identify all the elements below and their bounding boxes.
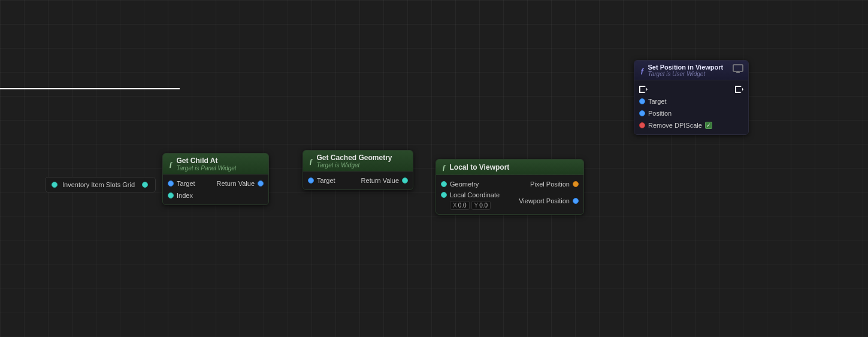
local-coord-pin-in[interactable] [441,192,447,198]
get-cached-geometry-node[interactable]: ƒ Get Cached Geometry Target is Widget T… [303,150,413,190]
svg-rect-1 [736,72,740,73]
coord-y-input[interactable]: Y 0.0 [471,201,491,210]
svg-rect-0 [733,65,743,71]
func-icon-2: ƒ [309,157,313,166]
local-to-viewport-title: Local to Viewport [450,163,510,171]
get-cached-geometry-title: Get Cached Geometry [317,154,392,162]
target-label-2: Target [317,177,335,184]
pin-row-position: Position [634,107,748,119]
viewport-position-label: Viewport Position [519,197,570,204]
local-to-viewport-body: Geometry Pixel Position Local Coordinate… [436,175,583,214]
position-label: Position [648,110,672,117]
set-position-subtitle: Target is User Widget [648,71,724,77]
target-pin-in-2[interactable] [308,177,314,183]
func-icon-3: ƒ [442,163,446,172]
local-to-viewport-node[interactable]: ƒ Local to Viewport Geometry Pixel Posit… [435,159,584,215]
get-cached-geometry-body: Target Return Value [303,171,413,189]
get-cached-geometry-subtitle: Target is Widget [317,162,392,168]
exec-in-pin[interactable] [639,86,648,93]
exec-out-pin[interactable] [735,86,743,93]
dpi-checkbox[interactable]: ✓ [705,122,712,129]
get-child-at-subtitle: Target is Panel Widget [177,165,237,171]
target-label-3: Target [648,98,667,105]
pin-row-target: Target Return Value [163,177,268,189]
get-child-at-node[interactable]: ƒ Get Child At Target is Panel Widget Ta… [162,153,269,205]
pixel-position-label: Pixel Position [530,180,570,188]
geometry-label: Geometry [450,180,479,188]
get-child-at-title: Get Child At [177,157,237,165]
set-position-header: ƒ Set Position in Viewport Target is Use… [634,61,748,80]
set-position-body: Target Position Remove DPIScale ✓ [634,80,748,134]
get-child-at-body: Target Return Value Index [163,174,268,204]
viewport-position-pin[interactable] [573,198,579,204]
get-cached-geometry-header: ƒ Get Cached Geometry Target is Widget [303,151,413,171]
coord-x-input[interactable]: X 0.0 [450,201,470,210]
local-coord-label: Local Coordinate [450,191,500,198]
dpi-pin-in[interactable] [639,122,645,128]
return-value-label: Return Value [217,180,255,187]
inventory-out-pin2 [142,182,148,188]
inventory-out-pin [52,182,58,188]
local-to-viewport-header: ƒ Local to Viewport [436,160,583,175]
set-position-in-viewport-node[interactable]: ƒ Set Position in Viewport Target is Use… [634,60,749,135]
inventory-label: Inventory Item Slots Grid [62,181,135,188]
return-value-pin-2[interactable] [402,177,408,183]
target-label: Target [177,180,195,187]
return-value-pin[interactable] [258,180,264,186]
target-pin-in[interactable] [168,180,174,186]
inventory-node[interactable]: Inventory Item Slots Grid [45,177,156,192]
pin-row-geometry: Geometry Pixel Position [436,178,583,190]
dpi-label: Remove DPIScale [648,122,702,129]
exec-pin-row [634,83,748,95]
pin-row-local-coord: Local Coordinate X 0.0 Y 0.0 Viewport Po… [436,190,583,211]
index-pin-in[interactable] [168,192,174,198]
canvas-background [0,0,868,337]
set-position-title: Set Position in Viewport [648,64,724,71]
return-value-label-2: Return Value [361,177,399,184]
monitor-icon [733,64,743,75]
pixel-position-pin[interactable] [573,181,579,187]
position-pin-in[interactable] [639,110,645,116]
pin-row-target-2: Target Return Value [303,174,413,186]
index-label: Index [177,192,193,199]
target-pin-in-3[interactable] [639,98,645,104]
func-icon: ƒ [169,160,173,169]
geometry-pin-in[interactable] [441,181,447,187]
func-icon-4: ƒ [640,66,645,76]
pin-row-target-3: Target [634,95,748,107]
get-child-at-header: ƒ Get Child At Target is Panel Widget [163,154,268,174]
pin-row-dpi: Remove DPIScale ✓ [634,119,748,131]
pin-row-index: Index [163,189,268,201]
